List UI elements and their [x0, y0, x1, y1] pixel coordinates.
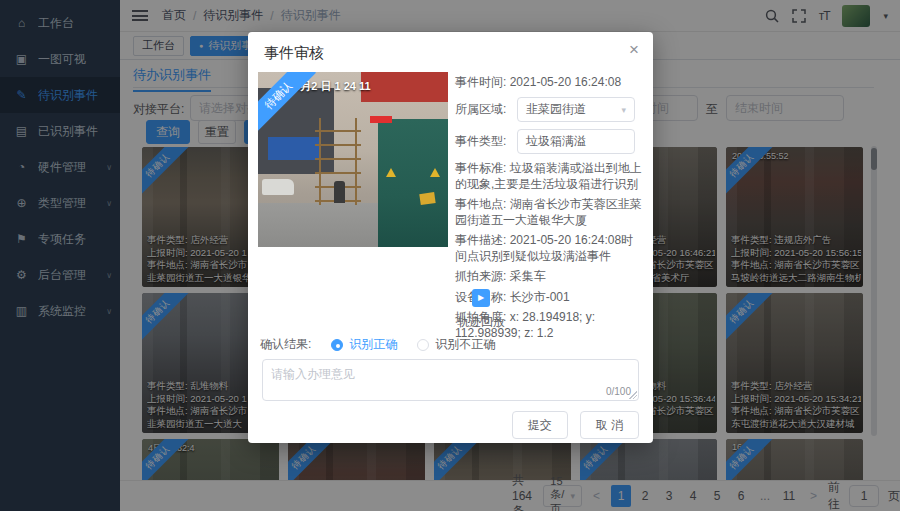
area-label: 所属区域: — [455, 101, 517, 118]
trajectory-playback[interactable]: ▶ 轨迹回放 — [451, 289, 511, 331]
close-icon[interactable]: × — [629, 40, 639, 60]
area-select[interactable]: 韭菜园街道 ▾ — [517, 97, 635, 122]
warning-triangle-icon — [386, 168, 396, 177]
area-row: 所属区域: 韭菜园街道 ▾ — [455, 97, 645, 122]
event-time-value: 2021-05-20 16:24:08 — [510, 75, 621, 89]
photo-road — [258, 203, 380, 247]
radio-incorrect[interactable] — [417, 339, 429, 351]
radio-correct-label[interactable]: 识别正确 — [349, 336, 397, 353]
type-row: 事件类型: 垃圾箱满溢 — [455, 129, 645, 154]
cabinet-label — [419, 192, 436, 206]
photo-car — [262, 179, 294, 195]
event-time-row: 事件时间: 2021-05-20 16:24:08 — [455, 74, 645, 90]
app-window: ⌂ 工作台 ▣ 一图可视 ✎ 待识别事件 ▤ 已识别事件 ◔ 硬件管理 ∨ ⊕ … — [0, 0, 900, 511]
device-value: 长沙市-001 — [510, 290, 570, 304]
address-row: 事件地点: 湖南省长沙市芙蓉区韭菜园街道五一大道银华大厦 — [455, 197, 645, 228]
description-row: 事件描述: 2021-05-20 16:24:08时间点识别到疑似垃圾满溢事件 — [455, 233, 645, 264]
chevron-down-icon: ▾ — [621, 105, 626, 115]
video-play-icon[interactable]: ▶ — [472, 289, 490, 307]
warning-triangle-icon — [430, 168, 440, 177]
source-value: 采集车 — [510, 269, 546, 283]
type-label: 事件类型: — [455, 133, 517, 150]
detection-mark — [370, 116, 392, 123]
radio-correct[interactable] — [331, 339, 343, 351]
submit-button[interactable]: 提交 — [512, 411, 568, 439]
standard-label: 事件标准: — [455, 161, 506, 175]
description-label: 事件描述: — [455, 233, 506, 247]
photo-blue-sign — [268, 137, 319, 160]
confirm-result-label: 确认结果: — [260, 336, 311, 353]
event-type-input[interactable]: 垃圾箱满溢 — [517, 129, 635, 154]
modal-title: 事件审核 — [264, 44, 324, 63]
standard-row: 事件标准: 垃圾箱装满或溢出到地上的现象,主要是生活垃圾箱进行识别 — [455, 161, 645, 192]
trajectory-label: 轨迹回放 — [451, 314, 511, 331]
photo-red-banner — [361, 72, 448, 102]
comment-box: 0/100 — [262, 359, 639, 401]
photo-person — [334, 181, 345, 204]
photo-green-cabinet — [378, 119, 448, 247]
area-value: 韭菜园街道 — [526, 101, 586, 118]
cancel-button[interactable]: 取 消 — [580, 411, 639, 439]
radio-incorrect-label[interactable]: 识别不正确 — [435, 336, 495, 353]
source-label: 抓拍来源: — [455, 269, 506, 283]
modal-footer: 提交 取 消 — [512, 411, 639, 439]
confirm-result-row: 确认结果: 识别正确 识别不正确 — [260, 336, 495, 353]
event-time-label: 事件时间: — [455, 75, 506, 89]
address-label: 事件地点: — [455, 197, 506, 211]
source-row: 抓拍来源: 采集车 — [455, 269, 645, 285]
event-photo: 待确认 05月2 日 1 24 11 — [258, 72, 448, 247]
event-review-modal: 事件审核 × 待确认 05月2 日 1 24 11 事件时间: 2021-05-… — [248, 32, 653, 443]
comment-textarea[interactable] — [262, 359, 639, 401]
event-type-value: 垃圾箱满溢 — [526, 133, 586, 150]
